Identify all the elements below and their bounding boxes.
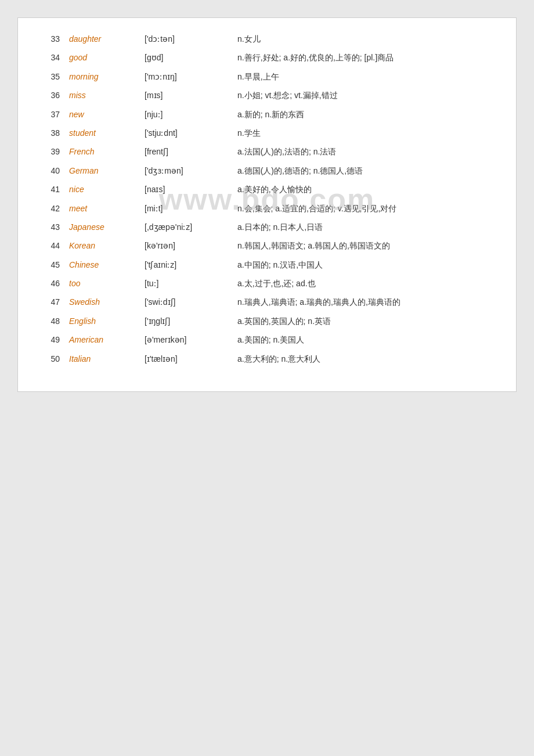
entry-number: 46 xyxy=(35,274,64,293)
entry-phonetic: ['swiːdɪʃ] xyxy=(140,293,233,311)
entry-phonetic: [,dʒæpə'niːz] xyxy=(140,218,233,236)
entry-number: 36 xyxy=(35,86,64,105)
entry-meaning: n.早晨,上午 xyxy=(233,67,499,86)
table-row: 48 English ['ɪŋglɪʃ] a.英国的,英国人的; n.英语 xyxy=(35,312,499,330)
entry-number: 48 xyxy=(35,312,64,330)
entry-number: 42 xyxy=(35,199,64,218)
entry-word: miss xyxy=(64,86,140,105)
entry-word: new xyxy=(64,105,140,124)
vocab-table: 33 daughter ['dɔːtən] n.女儿 34 good [gʊd]… xyxy=(35,30,499,368)
entry-number: 43 xyxy=(35,218,64,236)
entry-word: Chinese xyxy=(64,255,140,274)
entry-meaning: a.法国(人)的,法语的; n.法语 xyxy=(233,142,499,161)
entry-phonetic: [njuː] xyxy=(140,105,233,124)
entry-phonetic: [tuː] xyxy=(140,274,233,293)
entry-meaning: a.英国的,英国人的; n.英语 xyxy=(233,312,499,330)
entry-meaning: a.中国的; n.汉语,中国人 xyxy=(233,255,499,274)
entry-word: Korean xyxy=(64,236,140,255)
entry-phonetic: [ə'merɪkən] xyxy=(140,330,233,349)
entry-meaning: a.日本的; n.日本人,日语 xyxy=(233,218,499,236)
entry-word: nice xyxy=(64,180,140,199)
table-row: 40 German ['dʒɜːmən] a.德国(人)的,德语的; n.德国人… xyxy=(35,161,499,180)
entry-number: 45 xyxy=(35,255,64,274)
entry-meaning: n.女儿 xyxy=(233,30,499,48)
entry-word: good xyxy=(64,48,140,67)
table-row: 39 French [frentʃ] a.法国(人)的,法语的; n.法语 xyxy=(35,142,499,161)
entry-meaning: a.意大利的; n.意大利人 xyxy=(233,350,499,368)
entry-number: 41 xyxy=(35,180,64,199)
entry-number: 38 xyxy=(35,124,64,142)
entry-meaning: n.小姐; vt.想念; vt.漏掉,错过 xyxy=(233,86,499,105)
table-row: 49 American [ə'merɪkən] a.美国的; n.美国人 xyxy=(35,330,499,349)
entry-number: 47 xyxy=(35,293,64,311)
entry-word: daughter xyxy=(64,30,140,48)
entry-phonetic: ['stjuːdnt] xyxy=(140,124,233,142)
table-row: 45 Chinese ['tʃaɪniːz] a.中国的; n.汉语,中国人 xyxy=(35,255,499,274)
table-row: 42 meet [miːt] n.会,集会; a.适宜的,合适的; v.遇见,引… xyxy=(35,199,499,218)
table-row: 36 miss [mɪs] n.小姐; vt.想念; vt.漏掉,错过 xyxy=(35,86,499,105)
entry-number: 35 xyxy=(35,67,64,86)
entry-meaning: n.学生 xyxy=(233,124,499,142)
table-row: 41 nice [naɪs] a.美好的,令人愉快的 xyxy=(35,180,499,199)
main-container: www.bdo.com 33 daughter ['dɔːtən] n.女儿 3… xyxy=(17,17,517,392)
entry-word: too xyxy=(64,274,140,293)
content-area: www.bdo.com 33 daughter ['dɔːtən] n.女儿 3… xyxy=(35,30,499,368)
entry-meaning: a.美好的,令人愉快的 xyxy=(233,180,499,199)
entry-meaning: n.韩国人,韩国语文; a.韩国人的,韩国语文的 xyxy=(233,236,499,255)
entry-phonetic: ['mɔːnɪŋ] xyxy=(140,67,233,86)
entry-phonetic: [gʊd] xyxy=(140,48,233,67)
entry-word: English xyxy=(64,312,140,330)
entry-number: 37 xyxy=(35,105,64,124)
entry-word: American xyxy=(64,330,140,349)
entry-number: 40 xyxy=(35,161,64,180)
table-row: 43 Japanese [,dʒæpə'niːz] a.日本的; n.日本人,日… xyxy=(35,218,499,236)
entry-phonetic: [kə'rɪən] xyxy=(140,236,233,255)
entry-number: 44 xyxy=(35,236,64,255)
entry-word: Japanese xyxy=(64,218,140,236)
entry-word: meet xyxy=(64,199,140,218)
table-row: 50 Italian [ɪ'tælɪən] a.意大利的; n.意大利人 xyxy=(35,350,499,368)
entry-phonetic: [frentʃ] xyxy=(140,142,233,161)
entry-phonetic: ['tʃaɪniːz] xyxy=(140,255,233,274)
table-row: 37 new [njuː] a.新的; n.新的东西 xyxy=(35,105,499,124)
entry-phonetic: [naɪs] xyxy=(140,180,233,199)
table-row: 33 daughter ['dɔːtən] n.女儿 xyxy=(35,30,499,48)
entry-phonetic: ['dʒɜːmən] xyxy=(140,161,233,180)
table-row: 47 Swedish ['swiːdɪʃ] n.瑞典人,瑞典语; a.瑞典的,瑞… xyxy=(35,293,499,311)
entry-number: 33 xyxy=(35,30,64,48)
entry-meaning: a.德国(人)的,德语的; n.德国人,德语 xyxy=(233,161,499,180)
entry-word: student xyxy=(64,124,140,142)
entry-phonetic: ['dɔːtən] xyxy=(140,30,233,48)
entry-number: 34 xyxy=(35,48,64,67)
table-row: 44 Korean [kə'rɪən] n.韩国人,韩国语文; a.韩国人的,韩… xyxy=(35,236,499,255)
entry-meaning: a.新的; n.新的东西 xyxy=(233,105,499,124)
entry-word: Italian xyxy=(64,350,140,368)
entry-phonetic: [ɪ'tælɪən] xyxy=(140,350,233,368)
entry-meaning: n.善行,好处; a.好的,优良的,上等的; [pl.]商品 xyxy=(233,48,499,67)
table-row: 38 student ['stjuːdnt] n.学生 xyxy=(35,124,499,142)
table-row: 34 good [gʊd] n.善行,好处; a.好的,优良的,上等的; [pl… xyxy=(35,48,499,67)
entry-meaning: n.会,集会; a.适宜的,合适的; v.遇见,引见,对付 xyxy=(233,199,499,218)
entry-phonetic: [mɪs] xyxy=(140,86,233,105)
entry-number: 50 xyxy=(35,350,64,368)
table-row: 35 morning ['mɔːnɪŋ] n.早晨,上午 xyxy=(35,67,499,86)
table-row: 46 too [tuː] a.太,过于,也,还; ad.也 xyxy=(35,274,499,293)
entry-meaning: a.美国的; n.美国人 xyxy=(233,330,499,349)
entry-phonetic: [miːt] xyxy=(140,199,233,218)
entry-meaning: n.瑞典人,瑞典语; a.瑞典的,瑞典人的,瑞典语的 xyxy=(233,293,499,311)
entry-meaning: a.太,过于,也,还; ad.也 xyxy=(233,274,499,293)
entry-number: 39 xyxy=(35,142,64,161)
entry-phonetic: ['ɪŋglɪʃ] xyxy=(140,312,233,330)
entry-word: German xyxy=(64,161,140,180)
entry-word: morning xyxy=(64,67,140,86)
entry-number: 49 xyxy=(35,330,64,349)
entry-word: Swedish xyxy=(64,293,140,311)
entry-word: French xyxy=(64,142,140,161)
